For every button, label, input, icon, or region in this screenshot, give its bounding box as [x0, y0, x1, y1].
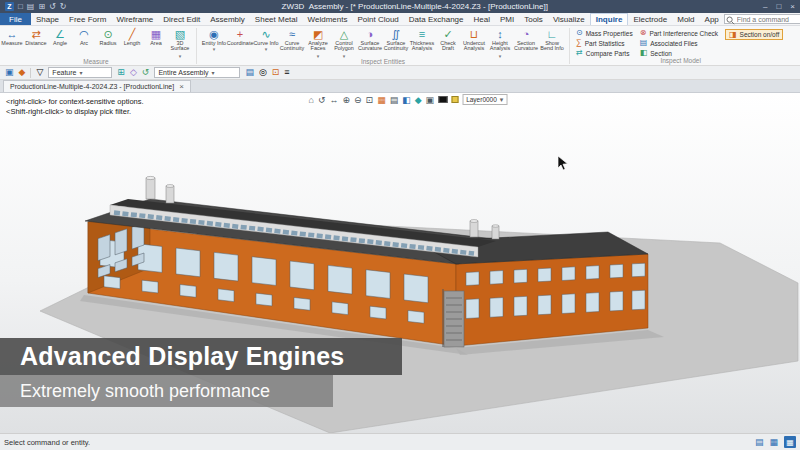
ribbon-tool-coordinate[interactable]: +Coordinate	[227, 26, 253, 47]
mass-properties-icon: ⊙	[576, 29, 583, 37]
menu-tab-weldments[interactable]: Weldments	[303, 13, 353, 25]
document-tab[interactable]: ProductionLine-Multiple-4-2024.Z3 - [Pro…	[3, 80, 191, 92]
close-button[interactable]: ×	[790, 2, 795, 11]
ribbon-tool-angle[interactable]: ∠Angle	[48, 26, 72, 47]
ribbon-tool-entity-info[interactable]: ◉Entity Info▾	[201, 26, 227, 51]
menu-tab-inquire[interactable]: Inquire	[590, 13, 629, 25]
tool-label: Measure	[0, 40, 25, 45]
face-style-icon[interactable]: ◆	[19, 68, 26, 77]
home-view-icon[interactable]: ⌂	[309, 95, 314, 105]
curve-continuity-icon: ≈	[289, 28, 295, 40]
ribbon-tool-part-statistics[interactable]: ∑Part Statistics	[576, 39, 633, 47]
orbit-icon[interactable]: ↺	[318, 95, 326, 105]
search-input[interactable]	[724, 14, 800, 24]
menu-tab-electrode[interactable]: Electrode	[628, 13, 672, 25]
3d-surface-icon: ▧	[175, 28, 185, 40]
open-document-icon[interactable]: ▤	[27, 3, 35, 11]
view-toolbar: ⌂ ↺ ↔ ⊕ ⊖ ⊡ ▦ ▤ ◧ ◆ ▣ Layer0000 ▾	[309, 94, 508, 105]
section-view-icon[interactable]: ◧	[402, 95, 411, 105]
tool-label: Curve Continuity	[279, 40, 306, 51]
minimize-button[interactable]: –	[763, 2, 767, 11]
selection-scope-dropdown[interactable]: Entire Assembly▾	[154, 67, 240, 78]
edge-display-icon[interactable]: ▣	[426, 95, 435, 105]
save-document-icon[interactable]: ⊞	[38, 3, 45, 11]
shaded-mode-icon[interactable]: ▦	[377, 95, 386, 105]
ribbon-tool-section[interactable]: ◧Section	[640, 49, 718, 57]
pan-icon[interactable]: ↔	[330, 95, 339, 105]
ribbon-tool-3d-surface[interactable]: ▧3D Surface▾	[168, 26, 192, 58]
menu-tab-heal[interactable]: Heal	[469, 13, 495, 25]
ribbon-tool-show-bend-info[interactable]: ∟Show Bend Info	[539, 26, 565, 54]
menu-tab-free-form[interactable]: Free Form	[64, 13, 111, 25]
pick-filter-icon[interactable]: ▽	[36, 68, 43, 77]
menu-tab-wireframe[interactable]: Wireframe	[111, 13, 158, 25]
ribbon-tool-surface-curvature[interactable]: ◑Surface Curvature	[357, 26, 383, 54]
menu-tab-mold[interactable]: Mold	[672, 13, 699, 25]
window-select-icon[interactable]: ⊡	[272, 68, 280, 77]
history-icon[interactable]: ▤	[245, 68, 254, 77]
ribbon-tool-curve-continuity[interactable]: ≈Curve Continuity	[279, 26, 305, 54]
tool-label: Show Bend Info	[539, 40, 566, 51]
app-corner-icon[interactable]: ▦	[784, 436, 796, 448]
menu-tab-sheet-metal[interactable]: Sheet Metal	[250, 13, 303, 25]
smart-select-icon[interactable]: ⊞	[117, 68, 125, 77]
menu-tab-file[interactable]: File	[0, 13, 31, 25]
menu-tab-data-exchange[interactable]: Data Exchange	[404, 13, 469, 25]
tab-close-icon[interactable]: ×	[179, 82, 184, 91]
ribbon-tool-compare-parts[interactable]: ⇄Compare Parts	[576, 49, 633, 57]
ribbon-tool-arc[interactable]: ◠Arc	[72, 26, 96, 47]
wireframe-mode-icon[interactable]: ▤	[390, 95, 399, 105]
redo-icon[interactable]: ↻	[60, 3, 67, 11]
menu-tab-shape[interactable]: Shape	[31, 13, 64, 25]
snap-icon[interactable]: ◎	[259, 68, 267, 77]
ribbon-tool-length[interactable]: ╱Length	[120, 26, 144, 47]
layer-dropdown[interactable]: Layer0000 ▾	[462, 94, 507, 105]
undo-icon[interactable]: ↺	[49, 3, 56, 11]
new-document-icon[interactable]: □	[18, 3, 23, 11]
regen-icon[interactable]: ↺	[142, 68, 150, 77]
list-view-icon[interactable]: ≡	[284, 68, 289, 77]
zoom-in-icon[interactable]: ⊕	[343, 95, 351, 105]
ribbon-tool-measure[interactable]: ↔Measure	[0, 26, 24, 47]
menu-tab-pmi[interactable]: PMI	[495, 13, 519, 25]
ribbon-tool-curve-info[interactable]: ∿Curve Info▾	[253, 26, 279, 51]
model-viewport[interactable]: <right-click> for context-sensitive opti…	[0, 93, 800, 433]
ribbon-tool-thickness-analysis[interactable]: ≡Thickness Analysis	[409, 26, 435, 54]
menu-tab-assembly[interactable]: Assembly	[205, 13, 250, 25]
background-color-swatch[interactable]	[438, 96, 447, 103]
ribbon-tool-undercut-analysis[interactable]: ⊔Undercut Analysis	[461, 26, 487, 54]
feature-filter-dropdown[interactable]: Feature▾	[48, 67, 112, 78]
ribbon-tool-control-polygon[interactable]: △Control Polygon▾	[331, 26, 357, 58]
ribbon-tool-section-on-off[interactable]: ◨Section on/off	[725, 29, 783, 40]
command-search[interactable]	[724, 14, 800, 24]
menu-tab-point-cloud[interactable]: Point Cloud	[352, 13, 403, 25]
maximize-button[interactable]: □	[776, 2, 781, 11]
zoom-out-icon[interactable]: ⊖	[354, 95, 362, 105]
menu-tab-visualize[interactable]: Visualize	[548, 13, 590, 25]
menu-tab-direct-edit[interactable]: Direct Edit	[158, 13, 205, 25]
window-title: ZW3D Assembly - [* ProductionLine-Multip…	[71, 2, 760, 11]
highlight-icon[interactable]: ◇	[130, 68, 137, 77]
ribbon-tool-radius[interactable]: ⊙Radius	[96, 26, 120, 47]
ribbon-tool-associated-files[interactable]: ▤Associated Files	[640, 39, 718, 47]
view-grid-icon[interactable]: ▦	[769, 437, 778, 447]
menu-tab-app[interactable]: App	[700, 13, 724, 25]
ribbon-tool-surface-continuity[interactable]: ∬Surface Continuity	[383, 26, 409, 54]
ribbon-tool-distance[interactable]: ⇄Distance	[24, 26, 48, 47]
document-tab-label: ProductionLine-Multiple-4-2024.Z3 - [Pro…	[10, 83, 174, 90]
menu-tab-tools[interactable]: Tools	[519, 13, 548, 25]
ribbon-tool-area[interactable]: ▦Area	[144, 26, 168, 47]
ribbon-tool-height-analysis[interactable]: ↕Height Analysis▾	[487, 26, 513, 58]
angle-icon: ∠	[55, 28, 65, 40]
message-panel-icon[interactable]: ▤	[755, 437, 764, 447]
ribbon-tool-check-draft[interactable]: ✓Check Draft	[435, 26, 461, 54]
arc-icon: ◠	[79, 28, 89, 40]
ribbon-tool-analyze-faces[interactable]: ◩Analyze Faces▾	[305, 26, 331, 58]
compare-parts-icon: ⇄	[576, 49, 583, 57]
zoom-window-icon[interactable]: ⊡	[366, 95, 374, 105]
render-settings-icon[interactable]: ◆	[415, 95, 422, 105]
ribbon-tool-mass-properties[interactable]: ⊙Mass Properties	[576, 29, 633, 37]
view-mode-icon[interactable]: ▣	[5, 68, 14, 77]
ribbon-tool-section-curvature[interactable]: ◔Section Curvature	[513, 26, 539, 54]
ribbon-tool-part-interference-check[interactable]: ⊗Part Interference Check	[640, 29, 718, 37]
